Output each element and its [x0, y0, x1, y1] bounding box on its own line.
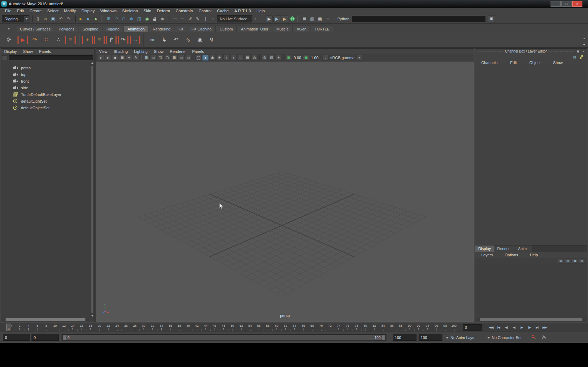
shelf-tab-sculpting[interactable]: Sculpting: [79, 26, 102, 32]
new-scene-icon[interactable]: ▯: [34, 15, 41, 22]
shelf-menu-icon[interactable]: ≡: [6, 26, 12, 31]
channel-box-menu-show[interactable]: Show: [550, 61, 566, 65]
scrollbar-thumb[interactable]: [91, 66, 93, 313]
character-set-dropdown[interactable]: No Character Set: [487, 334, 522, 341]
channel-stats-icon[interactable]: ▤: [572, 54, 577, 59]
animation-start-field[interactable]: 0: [3, 334, 30, 341]
timeline-ruler[interactable]: 0246810121416182022242628303234363840424…: [6, 324, 458, 331]
menu-deform[interactable]: Deform: [154, 8, 173, 14]
xray-icon[interactable]: ▨: [268, 55, 275, 61]
construction-history-off-icon[interactable]: ↻: [194, 15, 201, 22]
step-forward-frame-button[interactable]: ▶|: [533, 324, 541, 331]
minimize-button[interactable]: –: [551, 1, 561, 7]
set-key-translate-icon[interactable]: ↱: [106, 36, 117, 44]
time-slider[interactable]: 0246810121416182022242628303234363840424…: [0, 323, 588, 332]
undo-icon[interactable]: ↶: [57, 15, 64, 22]
menu-display[interactable]: Display: [79, 8, 98, 14]
panel-grip[interactable]: [478, 51, 503, 51]
exposure-value[interactable]: 0.00: [294, 56, 301, 60]
input-connections-icon[interactable]: ⊣: [171, 15, 178, 22]
timeline-tick-56[interactable]: 56: [254, 324, 263, 331]
output-connections-icon[interactable]: ⊢: [179, 15, 186, 22]
open-scene-icon[interactable]: ▱: [42, 15, 49, 22]
timeline-tick-48[interactable]: 48: [219, 324, 228, 331]
viewport-menu-show[interactable]: Show: [151, 49, 167, 54]
grease-pencil-icon[interactable]: ✎: [133, 55, 139, 61]
outliner-filter-icon[interactable]: [2, 55, 8, 60]
motion-trail-icon[interactable]: ↷: [29, 35, 40, 45]
playhead[interactable]: 0: [6, 324, 11, 331]
timeline-tick-4[interactable]: 4: [24, 324, 33, 331]
timeline-tick-92[interactable]: 92: [414, 324, 423, 331]
timeline-tick-58[interactable]: 58: [264, 324, 272, 331]
timeline-tick-50[interactable]: 50: [228, 324, 237, 331]
outliner-menu-display[interactable]: Display: [1, 49, 20, 54]
textured-mode-icon[interactable]: ◉: [209, 55, 216, 61]
sync-layer-display-icon[interactable]: ▥: [565, 258, 571, 264]
select-hierarchy-icon[interactable]: ►: [77, 15, 84, 22]
menu-constrain[interactable]: Constrain: [173, 8, 196, 14]
toolbar-divider[interactable]: [31, 15, 33, 22]
shadows-icon[interactable]: ◐: [223, 55, 230, 61]
timeline-tick-94[interactable]: 94: [423, 324, 432, 331]
layer-tab-render[interactable]: Render: [494, 245, 513, 252]
make-object-live-icon[interactable]: ◉: [144, 15, 150, 22]
menu-help[interactable]: Help: [254, 8, 268, 14]
close-button[interactable]: ×: [572, 1, 582, 7]
timeline-tick-96[interactable]: 96: [432, 324, 441, 331]
construction-history-on-icon[interactable]: ↺: [187, 15, 194, 22]
scrollbar-thumb[interactable]: [6, 318, 85, 321]
color-management-icon[interactable]: ◒: [322, 55, 329, 61]
shelf-options-icon[interactable]: [6, 37, 12, 42]
set-breakdown-icon[interactable]: ≡: [94, 36, 105, 44]
timeline-tick-40[interactable]: 40: [184, 324, 192, 331]
viewport-menu-view[interactable]: View: [96, 49, 111, 54]
timeline-tick-26[interactable]: 26: [121, 324, 130, 331]
snap-to-projected-center-icon[interactable]: ⊕: [128, 15, 135, 22]
ipr-render-icon[interactable]: ▶: [273, 15, 280, 22]
save-scene-icon[interactable]: ▣: [50, 15, 57, 22]
orient-constraint-icon[interactable]: ↶: [171, 35, 181, 45]
new-empty-layer-icon[interactable]: ▦: [572, 258, 578, 264]
playblast-shelf-icon[interactable]: ▶: [18, 36, 28, 44]
timeline-tick-24[interactable]: 24: [113, 324, 121, 331]
play-backwards-button[interactable]: ◀: [510, 324, 518, 331]
xray-joints-icon[interactable]: +: [275, 55, 282, 61]
shelf-tab-polygons[interactable]: Polygons: [55, 26, 78, 32]
auto-keyframe-icon[interactable]: [531, 335, 537, 340]
shelf-tab-xgen[interactable]: XGen: [293, 26, 310, 32]
snap-to-view-plane-icon[interactable]: ◫: [136, 15, 143, 22]
timeline-tick-74[interactable]: 74: [334, 324, 343, 331]
timeline-tick-80[interactable]: 80: [361, 324, 370, 331]
menu-cache[interactable]: Cache: [214, 8, 231, 14]
set-key-icon[interactable]: +: [82, 36, 93, 44]
viewport-menu-shading[interactable]: Shading: [111, 49, 131, 54]
new-layer-from-selected-icon[interactable]: ▧: [579, 258, 585, 264]
timeline-tick-46[interactable]: 46: [210, 324, 219, 331]
parent-constraint-icon[interactable]: ∞: [147, 35, 158, 45]
timeline-tick-66[interactable]: 66: [299, 324, 308, 331]
timeline-tick-10[interactable]: 10: [51, 324, 59, 331]
overflow-arrow-icon[interactable]: ›: [252, 15, 259, 22]
menu-skeleton[interactable]: Skeleton: [119, 8, 141, 14]
timeline-tick-90[interactable]: 90: [405, 324, 414, 331]
playback-start-field[interactable]: 0: [31, 334, 59, 341]
select-object-icon[interactable]: ►: [85, 15, 92, 22]
step-back-frame-button[interactable]: |◀: [495, 324, 502, 331]
pole-vector-constraint-icon[interactable]: ↯: [206, 35, 217, 45]
channel-box-menu-object[interactable]: Object: [526, 61, 544, 65]
view-bookmark-icon[interactable]: ◆: [112, 55, 118, 61]
scroll-down-icon[interactable]: [90, 314, 94, 318]
shelf-tab-turtle[interactable]: TURTLE: [311, 26, 334, 32]
timeline-tick-2[interactable]: 2: [15, 324, 24, 331]
shelf-tab-muscle[interactable]: Muscle: [273, 26, 293, 32]
viewport-menu-renderer[interactable]: Renderer: [167, 49, 189, 54]
timeline-tick-6[interactable]: 6: [33, 324, 42, 331]
field-chart-icon[interactable]: ⊞: [171, 55, 177, 61]
timeline-tick-14[interactable]: 14: [68, 324, 77, 331]
multisample-aa-icon[interactable]: ▩: [244, 55, 251, 61]
range-slider-bar-inner[interactable]: [63, 335, 385, 340]
render-current-frame-icon[interactable]: ▶: [266, 15, 273, 22]
scroll-up-icon[interactable]: [90, 61, 94, 65]
snap-to-curve-icon[interactable]: ◠: [113, 15, 120, 22]
